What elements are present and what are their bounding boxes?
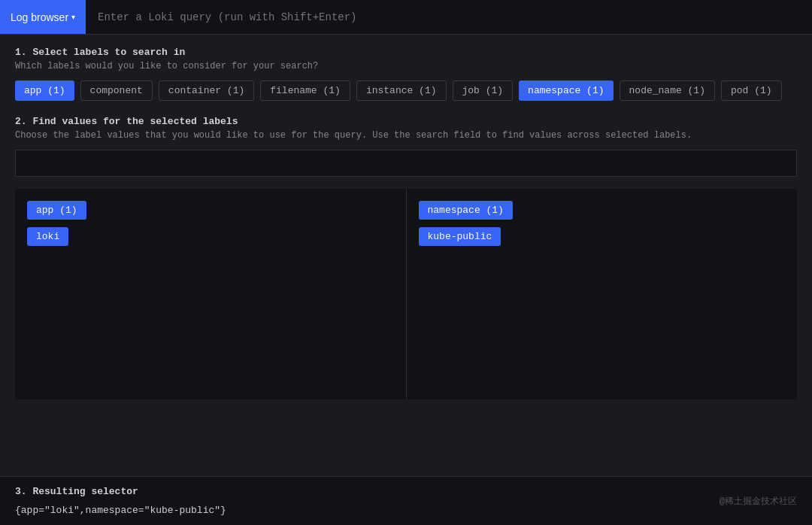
section1-subtitle: Which labels would you like to consider … [15,61,797,71]
values-col-namespace: namespace (1) kube-public [407,189,798,399]
label-pill-component[interactable]: component [80,80,153,101]
label-pill-pod[interactable]: pod (1) [721,80,782,101]
section2-title: 2. Find values for the selected labels [15,116,797,127]
label-pill-node_name[interactable]: node_name (1) [620,80,715,101]
label-pill-namespace[interactable]: namespace (1) [519,80,613,101]
main-content: 1. Select labels to search in Which labe… [0,35,812,411]
app-values: loki [27,227,394,252]
section3-title: 3. Resulting selector [15,486,226,497]
values-grid: app (1) loki namespace (1) kube-public [15,189,797,399]
log-browser-label: Log browser [11,11,68,23]
namespace-group-header[interactable]: namespace (1) [419,201,513,220]
label-pill-container[interactable]: container (1) [159,80,254,101]
query-input[interactable] [86,0,812,34]
namespace-value-kube-public[interactable]: kube-public [419,227,501,246]
namespace-values: kube-public [419,227,786,252]
label-pill-job[interactable]: job (1) [453,80,514,101]
watermark: @稀土掘金技术社区 [720,495,797,508]
label-pill-instance[interactable]: instance (1) [356,80,447,101]
section2-subtitle: Choose the label values that you would l… [15,130,797,141]
label-pill-app[interactable]: app (1) [15,80,74,101]
header-bar: Log browser ▾ [0,0,812,35]
label-pills: app (1)componentcontainer (1)filename (1… [15,80,797,101]
section1: 1. Select labels to search in Which labe… [15,47,797,101]
section2: 2. Find values for the selected labels C… [15,116,797,141]
label-pill-filename[interactable]: filename (1) [260,80,350,101]
log-browser-button[interactable]: Log browser ▾ [0,0,86,34]
chevron-down-icon: ▾ [71,13,75,21]
section1-title: 1. Select labels to search in [15,47,797,58]
section3-left: 3. Resulting selector {app="loki",namesp… [15,486,226,516]
section3: 3. Resulting selector {app="loki",namesp… [0,476,812,525]
search-area[interactable] [15,150,797,177]
resulting-selector: {app="loki",namespace="kube-public"} [15,505,226,516]
values-col-app: app (1) loki [15,189,407,399]
app-value-loki[interactable]: loki [27,227,68,246]
app-group-header[interactable]: app (1) [27,201,86,220]
